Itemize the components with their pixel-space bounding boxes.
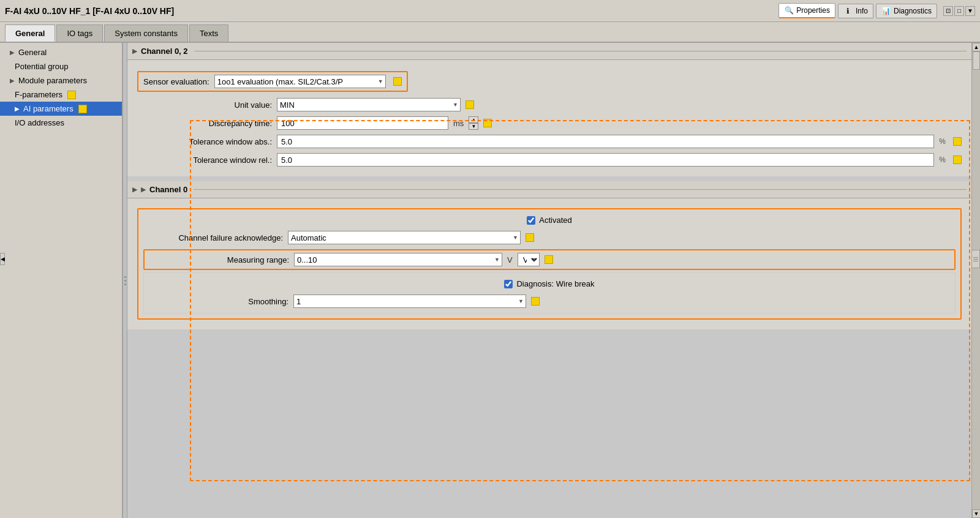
scroll-lines-icon	[971, 250, 980, 268]
tolerance-rel-row: Tolerance window rel.: %	[127, 151, 971, 169]
spinner-down-button[interactable]: ▼	[469, 123, 478, 130]
channel-failure-row: Channel failure acknowledge: Automatic	[138, 228, 960, 247]
tab-io-tags-label: IO tags	[67, 29, 92, 38]
tab-io-tags[interactable]: IO tags	[56, 24, 103, 42]
tolerance-abs-input[interactable]	[277, 135, 934, 148]
right-scrollbar: ▲ ▼	[971, 43, 980, 518]
channel0-divider	[194, 189, 967, 190]
tolerance-rel-unit: %	[939, 156, 946, 164]
sidebar-item-general[interactable]: ▶ General	[0, 45, 122, 59]
spinner-up-button[interactable]: ▲	[469, 116, 478, 123]
channel-failure-select[interactable]: Automatic	[288, 231, 521, 244]
measuring-range-controls: 0...10 V V	[294, 253, 944, 266]
info-label: Info	[856, 7, 868, 15]
diagnosis-box: Diagnosis: Wire break Smoothing: 1	[143, 272, 956, 313]
tab-texts[interactable]: Texts	[189, 24, 228, 42]
channel02-title: Channel 0, 2	[141, 47, 188, 56]
scroll-down-button[interactable]: ▼	[972, 509, 980, 518]
channel-failure-controls: Automatic	[288, 231, 951, 244]
undock-button[interactable]: ⊡	[943, 6, 953, 16]
tab-system-constants[interactable]: System constants	[104, 24, 188, 42]
smoothing-controls: 1	[293, 295, 945, 308]
main-layout: ▶ General Potential group ▶ Module param…	[0, 43, 980, 518]
tolerance-rel-controls: %	[277, 153, 962, 167]
sidebar-item-f-parameters-label: F-parameters	[15, 90, 62, 99]
discrepancy-time-row: Discrepancy time: ms ▲ ▼	[127, 114, 971, 132]
measuring-range-unit: V	[507, 255, 513, 265]
window-title: F-AI 4xU 0..10V HF_1 [F-AI 4xU 0..10V HF…	[5, 6, 174, 16]
arrow-icon-module: ▶	[10, 77, 15, 84]
arrow-icon-ai: ▶	[15, 105, 20, 112]
measuring-range-yellow	[545, 255, 553, 264]
measuring-range-select-wrapper: 0...10	[294, 253, 502, 266]
sensor-eval-yellow	[393, 77, 402, 86]
sidebar-item-f-parameters[interactable]: F-parameters	[0, 88, 122, 102]
tab-system-constants-label: System constants	[115, 29, 178, 38]
activated-row: Activated	[138, 212, 960, 228]
info-button[interactable]: ℹ Info	[838, 4, 873, 18]
tolerance-rel-input[interactable]	[277, 153, 934, 167]
ai-parameters-yellow-indicator	[78, 105, 87, 113]
sidebar-item-potential-group[interactable]: Potential group	[0, 59, 122, 73]
discrepancy-time-label: Discrepancy time:	[137, 119, 272, 128]
diagnostics-button[interactable]: 📊 Diagnostics	[876, 4, 937, 18]
scroll-up-button[interactable]: ▲	[972, 43, 980, 51]
sidebar-item-potential-group-label: Potential group	[15, 62, 68, 71]
channel02-divider	[194, 51, 967, 51]
sidebar-item-module-params[interactable]: ▶ Module parameters	[0, 73, 122, 88]
unit-value-row: Unit value: MIN	[127, 96, 971, 114]
channel0-expand-icon2: ▶	[141, 186, 146, 193]
channel0-header[interactable]: ▶ ▶ Channel 0	[127, 181, 971, 198]
discrepancy-time-input[interactable]	[277, 116, 448, 130]
title-bar: F-AI 4xU 0..10V HF_1 [F-AI 4xU 0..10V HF…	[0, 0, 980, 22]
measuring-range-unit-select[interactable]: V	[518, 253, 540, 266]
unit-value-controls: MIN	[277, 98, 962, 111]
sidebar-splitter[interactable]: ◀	[123, 43, 127, 518]
measuring-range-select[interactable]: 0...10	[294, 253, 502, 266]
tolerance-rel-yellow	[953, 156, 962, 164]
activated-checkbox[interactable]	[527, 216, 535, 225]
sidebar: ▶ General Potential group ▶ Module param…	[0, 43, 123, 518]
properties-button[interactable]: 🔍 Properties	[778, 3, 835, 18]
tolerance-abs-row: Tolerance window abs.: %	[127, 132, 971, 151]
smoothing-yellow	[531, 297, 540, 306]
collapse-left-button[interactable]: ◀	[0, 253, 5, 265]
f-parameters-yellow-indicator	[67, 91, 76, 99]
scroll-track	[972, 51, 980, 509]
tab-general-label: General	[15, 29, 45, 38]
diagnosis-label: Diagnosis: Wire break	[516, 279, 594, 288]
line3	[973, 261, 978, 261]
tolerance-abs-unit: %	[939, 137, 946, 146]
diagnosis-checkbox[interactable]	[504, 280, 513, 288]
smoothing-select[interactable]: 1	[293, 295, 526, 308]
channel02-body: Sensor evaluation: 1oo1 evaluation (max.…	[127, 60, 971, 176]
scroll-thumb[interactable]	[973, 51, 980, 70]
sidebar-item-io-addresses[interactable]: I/O addresses	[0, 116, 122, 130]
sensor-eval-select-wrapper: 1oo1 evaluation (max. SIL2/Cat.3/P	[214, 75, 386, 88]
discrepancy-time-spinner: ▲ ▼	[469, 116, 478, 130]
maximize-button[interactable]: □	[954, 6, 964, 16]
sidebar-item-ai-parameters-label: AI parameters	[23, 104, 74, 113]
tolerance-abs-label: Tolerance window abs.:	[137, 137, 272, 146]
properties-icon: 🔍	[784, 6, 794, 15]
channel0-orange-box: Activated Channel failure acknowledge: A…	[137, 208, 962, 320]
sidebar-item-general-label: General	[18, 48, 47, 57]
measuring-range-box: Measuring range: 0...10 V V	[143, 249, 956, 270]
tab-texts-label: Texts	[200, 29, 218, 38]
diagnosis-row: Diagnosis: Wire break	[144, 276, 955, 292]
sidebar-item-ai-parameters[interactable]: ▶ AI parameters	[0, 102, 122, 116]
section-separator-1	[127, 176, 971, 181]
measuring-range-label: Measuring range:	[154, 255, 289, 265]
sidebar-item-module-params-label: Module parameters	[18, 76, 87, 85]
measuring-range-unit-select-wrapper: V	[518, 253, 540, 266]
content-area: ▶ Channel 0, 2 Sensor evaluation: 1oo1 e…	[127, 43, 971, 518]
unit-value-select[interactable]: MIN	[277, 98, 461, 111]
title-bar-buttons: 🔍 Properties ℹ Info 📊 Diagnostics ⊡ □ ▼	[778, 3, 975, 18]
channel-failure-yellow	[526, 233, 534, 242]
line2	[973, 259, 978, 260]
sensor-eval-select[interactable]: 1oo1 evaluation (max. SIL2/Cat.3/P	[214, 75, 386, 88]
tab-general[interactable]: General	[5, 24, 55, 42]
menu-button[interactable]: ▼	[965, 6, 975, 16]
info-icon: ℹ	[843, 6, 853, 16]
channel02-header[interactable]: ▶ Channel 0, 2	[127, 43, 971, 60]
